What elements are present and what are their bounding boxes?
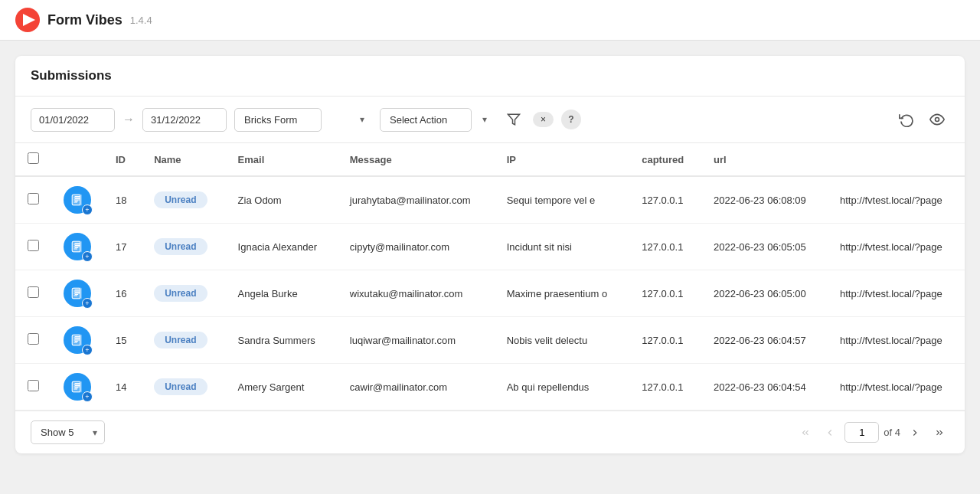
row-status[interactable]: Unread bbox=[142, 364, 225, 411]
toolbar: → Bricks Form Select Action × bbox=[15, 97, 965, 143]
row-icon[interactable]: + bbox=[64, 186, 91, 214]
row-email: cawir@mailinator.com bbox=[338, 364, 495, 411]
svg-marker-2 bbox=[508, 114, 520, 125]
select-all-checkbox[interactable] bbox=[28, 152, 39, 164]
row-name: Sandra Summers bbox=[226, 317, 338, 364]
svg-point-3 bbox=[936, 118, 939, 122]
prev-page-button[interactable] bbox=[820, 424, 840, 441]
row-captured: 2022-06-23 06:05:00 bbox=[701, 270, 828, 317]
row-url: http://fvtest.local/?page bbox=[828, 364, 965, 411]
show-select-wrapper: Show 5 Show 10 Show 25 Show 50 bbox=[31, 420, 105, 444]
row-ip: 127.0.0.1 bbox=[629, 364, 701, 411]
document-icon bbox=[70, 240, 84, 254]
row-url: http://fvtest.local/?page bbox=[828, 176, 965, 224]
document-icon bbox=[70, 380, 84, 394]
row-email: jurahytaba@mailinator.com bbox=[338, 176, 495, 224]
row-id: 15 bbox=[103, 317, 142, 364]
plus-badge: + bbox=[82, 298, 93, 309]
last-page-icon bbox=[934, 427, 945, 438]
table-body: + 18 Unread Zia Odom jurahytaba@mailinat… bbox=[15, 176, 965, 411]
visibility-button[interactable] bbox=[925, 107, 949, 132]
form-select-wrapper: Bricks Form bbox=[234, 108, 372, 132]
row-message: Maxime praesentium o bbox=[495, 270, 630, 317]
date-to-input[interactable] bbox=[142, 108, 227, 132]
row-icon[interactable]: + bbox=[64, 326, 91, 354]
header-email: Email bbox=[226, 143, 338, 176]
plus-badge: + bbox=[82, 204, 93, 215]
submissions-table: ID Name Email Message IP captured url bbox=[15, 143, 965, 411]
row-captured: 2022-06-23 06:05:05 bbox=[701, 224, 828, 270]
clear-filter-x: × bbox=[541, 114, 546, 125]
row-icon-cell: + bbox=[51, 176, 103, 224]
row-message: Ab qui repellendus bbox=[495, 364, 630, 411]
header-ip: IP bbox=[495, 143, 630, 176]
header-message: Message bbox=[338, 143, 495, 176]
refresh-button[interactable] bbox=[894, 107, 919, 132]
row-checkbox[interactable] bbox=[28, 380, 39, 391]
row-icon-cell: + bbox=[51, 224, 103, 270]
row-name: Ignacia Alexander bbox=[226, 224, 338, 270]
row-checkbox[interactable] bbox=[28, 240, 39, 251]
row-captured: 2022-06-23 06:08:09 bbox=[701, 176, 828, 224]
row-name: Amery Sargent bbox=[226, 364, 338, 411]
app-title: Form Vibes bbox=[47, 12, 122, 28]
row-checkbox-cell bbox=[15, 176, 51, 224]
row-message: Sequi tempore vel e bbox=[495, 176, 630, 224]
clear-filter-badge[interactable]: × bbox=[533, 112, 554, 127]
filter-icon bbox=[507, 113, 521, 126]
row-name: Angela Burke bbox=[226, 270, 338, 317]
header-id: ID bbox=[103, 143, 142, 176]
header-icon-col bbox=[51, 143, 103, 176]
app-header: Form Vibes 1.4.4 bbox=[0, 0, 980, 41]
filter-button[interactable] bbox=[502, 108, 525, 131]
app-version: 1.4.4 bbox=[130, 15, 152, 26]
row-icon[interactable]: + bbox=[64, 233, 91, 260]
action-select-wrapper: Select Action bbox=[380, 108, 495, 132]
row-status[interactable]: Unread bbox=[142, 317, 225, 364]
row-icon[interactable]: + bbox=[64, 373, 91, 401]
row-status[interactable]: Unread bbox=[142, 224, 225, 270]
document-icon bbox=[70, 286, 84, 300]
action-select[interactable]: Select Action bbox=[380, 108, 472, 132]
show-select[interactable]: Show 5 Show 10 Show 25 Show 50 bbox=[31, 420, 105, 444]
header-checkbox-cell bbox=[15, 143, 51, 176]
row-name: Zia Odom bbox=[226, 176, 338, 224]
row-checkbox[interactable] bbox=[28, 333, 39, 345]
row-email: wixutaku@mailinator.com bbox=[338, 270, 495, 317]
pagination: of 4 bbox=[795, 422, 949, 443]
toolbar-actions bbox=[894, 107, 949, 132]
plus-badge: + bbox=[82, 391, 93, 402]
row-checkbox[interactable] bbox=[28, 286, 39, 298]
row-id: 17 bbox=[103, 224, 142, 270]
refresh-icon bbox=[899, 112, 914, 127]
first-page-button[interactable] bbox=[795, 424, 815, 441]
row-url: http://fvtest.local/?page bbox=[828, 270, 965, 317]
eye-icon bbox=[929, 112, 945, 127]
row-status[interactable]: Unread bbox=[142, 176, 225, 224]
date-from-input[interactable] bbox=[31, 108, 115, 132]
next-page-button[interactable] bbox=[905, 424, 925, 441]
page-number-input[interactable] bbox=[844, 422, 879, 443]
form-select[interactable]: Bricks Form bbox=[234, 108, 322, 132]
row-url: http://fvtest.local/?page bbox=[828, 317, 965, 364]
next-page-icon bbox=[910, 427, 920, 438]
row-icon[interactable]: + bbox=[64, 280, 91, 307]
row-checkbox-cell bbox=[15, 364, 51, 411]
row-ip: 127.0.0.1 bbox=[629, 317, 701, 364]
row-ip: 127.0.0.1 bbox=[629, 270, 701, 317]
page-title: Submissions bbox=[31, 68, 112, 83]
row-url: http://fvtest.local/?page bbox=[828, 224, 965, 270]
row-status[interactable]: Unread bbox=[142, 270, 225, 317]
page-of-label: of 4 bbox=[884, 427, 900, 438]
last-page-button[interactable] bbox=[929, 424, 949, 441]
help-badge[interactable]: ? bbox=[561, 110, 581, 129]
table-wrapper: ID Name Email Message IP captured url bbox=[15, 143, 965, 411]
row-captured: 2022-06-23 06:04:54 bbox=[701, 364, 828, 411]
prev-page-icon bbox=[825, 427, 835, 438]
plus-badge: + bbox=[82, 251, 93, 262]
main-content: Submissions → Bricks Form Select Action bbox=[0, 41, 980, 469]
table-row: + 16 Unread Angela Burke wixutaku@mailin… bbox=[15, 270, 965, 317]
row-ip: 127.0.0.1 bbox=[629, 176, 701, 224]
row-checkbox[interactable] bbox=[28, 193, 39, 204]
row-id: 16 bbox=[103, 270, 142, 317]
